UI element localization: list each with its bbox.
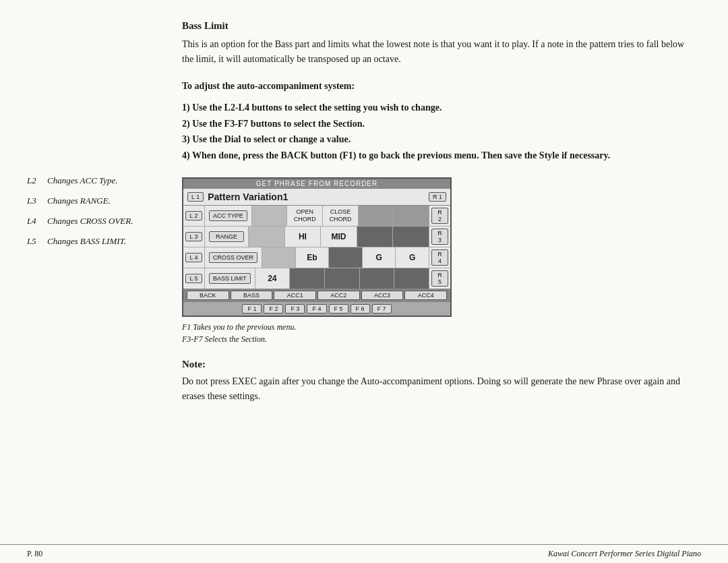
caption-line1: F1 Takes you to the previous menu.	[182, 321, 296, 333]
l2-button[interactable]: L 2	[185, 211, 202, 220]
sidebar-text-l2: Changes ACC Type.	[47, 175, 118, 186]
acc2-btn[interactable]: ACC2	[317, 291, 360, 300]
r1-button[interactable]: R 1	[429, 192, 446, 202]
main-content: Bass Limit This is an option for the Bas…	[175, 20, 728, 531]
diagram-row-2: L 2 ACC TYPE OPENCHORD	[183, 206, 450, 227]
diagram-row-4: L 4 CROSS OVER Eb G G	[183, 247, 450, 268]
f2-button[interactable]: F 2	[264, 304, 283, 314]
row4-g1: G	[363, 247, 396, 268]
diagram-title-bar: GET PHRASE FROM RECORDER	[183, 179, 450, 189]
acc-type-btn[interactable]: ACC TYPE	[205, 206, 252, 226]
bass-limit-btn[interactable]: BASS LIMIT	[205, 268, 255, 289]
note-title: Note:	[182, 359, 688, 370]
r2-cell: R 2	[429, 206, 450, 226]
row4-content: CROSS OVER Eb G G	[205, 247, 429, 268]
footer: P. 80 Kawai Concert Performer Series Dig…	[0, 544, 728, 563]
acc4-btn[interactable]: ACC4	[404, 291, 447, 300]
f6-button[interactable]: F 6	[351, 304, 370, 314]
acc3-btn[interactable]: ACC3	[361, 291, 404, 300]
row5-col6	[394, 268, 429, 289]
instruction-2: 2) Use the F3-F7 buttons to select the S…	[182, 116, 688, 132]
sidebar-item-l2: L2 Changes ACC Type.	[27, 175, 175, 186]
row3-col5	[357, 227, 394, 247]
row2-close-chord: CLOSECHORD	[323, 206, 359, 226]
l5-button[interactable]: L 5	[185, 274, 202, 283]
f7-button[interactable]: F 7	[372, 304, 392, 314]
row2-content: ACC TYPE OPENCHORD CLOSECHORD	[205, 206, 429, 226]
r5-button[interactable]: R 5	[431, 270, 448, 287]
l4-cell: L 4	[183, 247, 205, 268]
diagram-grid: L 2 ACC TYPE OPENCHORD	[183, 206, 450, 289]
page-number: P. 80	[27, 549, 42, 559]
bass-limit-label: BASS LIMIT	[209, 273, 251, 284]
r2-button[interactable]: R 2	[431, 208, 448, 224]
sidebar-label-l5: L5	[27, 236, 42, 247]
l3-button[interactable]: L 3	[185, 232, 202, 241]
note-text: Do not press EXEC again after you change…	[182, 374, 688, 405]
sidebar-text-l5: Changes BASS LIMIT.	[47, 236, 126, 247]
instruction-4: 4) When done, press the BACK button (F1)…	[182, 148, 688, 164]
row3-col6	[393, 227, 429, 247]
r5-cell: R 5	[429, 268, 450, 289]
f1-button[interactable]: F 1	[242, 304, 262, 314]
bass-btn[interactable]: BASS	[231, 291, 273, 300]
f4-button[interactable]: F 4	[307, 304, 326, 314]
diagram-row-5: L 5 BASS LIMIT 24	[183, 268, 450, 289]
range-label: RANGE	[209, 231, 244, 242]
row5-col5	[360, 268, 395, 289]
row3-mid: MID	[321, 227, 357, 247]
caption-line2: F3-F7 Selects the Section.	[182, 333, 296, 345]
sidebar-text-l4: Changes CROSS OVER.	[47, 216, 133, 227]
l5-cell: L 5	[183, 268, 205, 289]
diagram-box: GET PHRASE FROM RECORDER L 1 Pattern Var…	[182, 177, 452, 317]
r3-button[interactable]: R 3	[431, 229, 448, 245]
l3-cell: L 3	[183, 227, 205, 247]
row5-content: BASS LIMIT 24	[205, 268, 429, 289]
instruction-list: 1) Use the L2-L4 buttons to select the s…	[182, 100, 688, 164]
row3-col2	[249, 227, 285, 247]
back-btn[interactable]: BACK	[187, 291, 229, 300]
f-buttons-row: F 1 F 2 F 3 F 4 F 5 F 6 F 7	[183, 302, 450, 316]
acc1-btn[interactable]: ACC1	[274, 291, 316, 300]
pattern-title: Pattern Variation1	[204, 191, 429, 202]
sidebar-item-l5: L5 Changes BASS LIMIT.	[27, 236, 175, 247]
row4-col2	[262, 247, 296, 268]
f3-button[interactable]: F 3	[285, 304, 305, 314]
sidebar-text-l3: Changes RANGE.	[47, 196, 111, 206]
content-area: L2 Changes ACC Type. L3 Changes RANGE. L…	[0, 0, 728, 544]
row3-content: RANGE HI MID	[205, 227, 429, 247]
sidebar-label-l4: L4	[27, 216, 42, 227]
diagram-row-3: L 3 RANGE HI MID	[183, 227, 450, 247]
row4-eb: Eb	[296, 247, 330, 268]
row2-scalic-chord: SCALICCHORD	[359, 206, 394, 226]
diagram-caption: F1 Takes you to the previous menu. F3-F7…	[182, 321, 296, 345]
page: L2 Changes ACC Type. L3 Changes RANGE. L…	[0, 0, 728, 563]
l1-button[interactable]: L 1	[187, 192, 204, 202]
instruction-heading: To adjust the auto-accompaniment system:	[182, 81, 688, 92]
bass-limit-title: Bass Limit	[182, 20, 688, 32]
row5-24: 24	[255, 268, 291, 289]
bass-limit-body: This is an option for the Bass part and …	[182, 37, 688, 67]
sidebar-label-l2: L2	[27, 175, 42, 186]
sidebar-item-l4: L4 Changes CROSS OVER.	[27, 216, 175, 227]
f5-button[interactable]: F 5	[329, 304, 348, 314]
acc-type-label: ACC TYPE	[209, 210, 247, 221]
row4-col4	[329, 247, 363, 268]
l2-cell: L 2	[183, 206, 205, 226]
diagram-header-row: L 1 Pattern Variation1 R 1	[183, 189, 450, 206]
l4-button[interactable]: L 4	[185, 253, 202, 262]
bottom-bar: BACK BASS ACC1 ACC2 ACC3 ACC4	[183, 289, 450, 302]
note-section: Note: Do not press EXEC again after you …	[182, 359, 688, 405]
instruction-3: 3) Use the Dial to select or change a va…	[182, 131, 688, 148]
cross-over-btn[interactable]: CROSS OVER	[205, 247, 262, 268]
range-btn[interactable]: RANGE	[205, 227, 249, 247]
row2-scalic-phrase: SCALICPHRASE	[394, 206, 429, 226]
r4-button[interactable]: R 4	[431, 249, 448, 266]
row4-g2: G	[396, 247, 429, 268]
cross-over-label: CROSS OVER	[209, 252, 257, 263]
row2-open-chord: OPENCHORD	[287, 206, 323, 226]
diagram-container: GET PHRASE FROM RECORDER L 1 Pattern Var…	[182, 177, 688, 345]
r3-cell: R 3	[429, 227, 450, 247]
left-sidebar: L2 Changes ACC Type. L3 Changes RANGE. L…	[0, 20, 175, 531]
sidebar-item-l3: L3 Changes RANGE.	[27, 196, 175, 206]
